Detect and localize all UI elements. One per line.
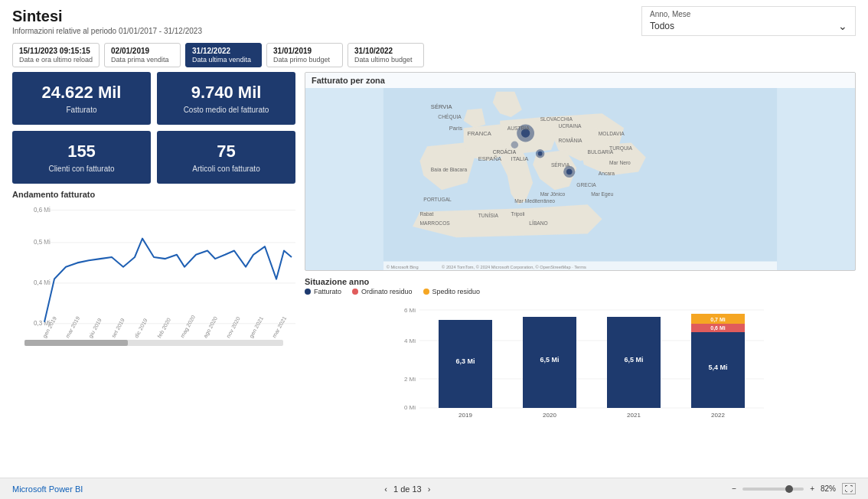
svg-text:0 Mi: 0 Mi [404,404,416,411]
situazione-chart-svg: 6 Mi 4 Mi 2 Mi 0 Mi 6,3 Mi 2019 [305,298,856,421]
date-value: 31/10/2022 [354,47,417,55]
svg-text:Paris: Paris [449,125,463,132]
zoom-slider[interactable] [742,488,804,491]
kpi-value: 155 [21,142,142,161]
powerbi-link[interactable]: Microsoft Power BI [12,484,83,494]
svg-text:4 Mi: 4 Mi [404,338,416,344]
map-title: Fatturato per zona [305,73,855,88]
svg-text:AUSTRIA: AUSTRIA [507,126,530,131]
line-chart-area: 0,6 Mi 0,5 Mi 0,4 Mi 0,3 Mi gen 2019 [12,202,295,340]
svg-text:MARROCOS: MARROCOS [420,220,451,226]
filter-label: Anno, Mese [650,10,847,18]
svg-point-36 [538,152,543,156]
date-label: Data e ora ultimo reload [19,56,93,64]
svg-text:MOLDAVIA: MOLDAVIA [599,131,625,136]
legend-item: Fatturato [305,288,341,295]
svg-text:2021: 2021 [627,412,641,419]
zoom-minus-icon[interactable]: − [732,484,736,493]
legend-label: Fatturato [314,288,341,295]
svg-text:6,5 Mi: 6,5 Mi [624,356,643,364]
date-card: 31/10/2022Data ultimo budget [348,43,424,67]
svg-point-37 [511,141,519,148]
svg-text:GRECIA: GRECIA [576,182,596,188]
date-card: 02/01/2019Data prima vendita [104,43,181,67]
zoom-plus-icon[interactable]: + [810,484,814,493]
svg-text:2019: 2019 [458,412,472,419]
svg-text:2020: 2020 [543,412,556,419]
svg-text:ROMÂNIA: ROMÂNIA [558,137,582,143]
date-label: Data ultimo budget [354,56,417,64]
kpi-label: Fatturato [21,106,142,114]
svg-text:5,4 Mi: 5,4 Mi [708,364,727,371]
svg-text:Tripoli: Tripoli [511,211,525,217]
svg-text:Mar Nero: Mar Nero [609,160,631,165]
kpi-card: 9.740 MilCosto medio del fatturato [157,72,295,125]
svg-text:© Microsoft Bing: © Microsoft Bing [387,265,419,269]
date-card: 31/01/2019Data primo budget [266,43,343,67]
date-bar: 15/11/2023 09:15:15Data e ora ultimo rel… [0,38,868,72]
chart-scrollbar[interactable] [24,340,283,346]
kpi-label: Articoli con fatturato [166,165,286,173]
scrollbar-thumb[interactable] [24,340,128,346]
andamento-chart: Andamento fatturato 0,6 Mi 0,5 Mi 0,4 Mi… [12,190,295,475]
map-svg: FRANCA Paris AUSTRIA ESPAÑA ITALIA UCRAI… [305,88,855,270]
next-page-icon[interactable]: › [428,484,431,494]
chevron-down-icon[interactable]: ⌄ [838,20,847,32]
svg-text:UCRAINA: UCRAINA [558,123,582,129]
prev-page-icon[interactable]: ‹ [384,484,387,494]
svg-text:6,5 Mi: 6,5 Mi [540,356,559,364]
right-panel: Fatturato per zona [305,72,856,475]
footer-brand[interactable]: Microsoft Power BI [12,484,83,494]
svg-text:mar 2021: mar 2021 [271,315,288,339]
kpi-label: Clienti con fatturato [21,165,142,173]
kpi-card: 75Articoli con fatturato [157,131,295,184]
date-label: Data primo budget [273,56,336,64]
map-container: Fatturato per zona [305,72,856,271]
date-value: 15/11/2023 09:15:15 [19,47,93,55]
svg-point-34 [566,169,573,175]
kpi-card: 155Clienti con fatturato [12,131,151,184]
svg-text:mar 2019: mar 2019 [64,315,81,339]
svg-text:6 Mi: 6 Mi [404,307,416,314]
kpi-grid: 24.622 MilFatturato9.740 MilCosto medio … [12,72,295,184]
svg-text:Ancara: Ancara [599,171,615,176]
legend: FatturatoOrdinato residuoSpedito residuo [305,288,856,295]
kpi-label: Costo medio del fatturato [166,106,286,114]
svg-text:2022: 2022 [711,412,725,419]
svg-text:mag 2020: mag 2020 [179,314,197,339]
svg-text:set 2019: set 2019 [110,317,126,339]
svg-text:TURQUIA: TURQUIA [609,145,633,152]
svg-text:Mar Jônico: Mar Jônico [540,191,566,197]
svg-text:ITALIA: ITALIA [511,155,530,162]
legend-dot [305,289,311,295]
svg-text:0,6 Mi: 0,6 Mi [34,207,51,214]
svg-text:0,5 Mi: 0,5 Mi [34,239,51,246]
filter-value[interactable]: Todos ⌄ [650,20,847,32]
svg-text:SÉRVIA: SÉRVIA [431,103,453,110]
svg-text:ago 2020: ago 2020 [202,315,219,339]
legend-item: Spedito residuo [423,288,481,295]
date-card: 15/11/2023 09:15:15Data e ora ultimo rel… [12,43,100,67]
date-value: 02/01/2019 [111,47,174,55]
zoom-thumb[interactable] [785,485,793,493]
svg-text:CROÁCIA: CROÁCIA [493,148,517,155]
fullscreen-icon[interactable]: ⛶ [842,483,856,494]
line-chart-svg: 0,6 Mi 0,5 Mi 0,4 Mi 0,3 Mi gen 2019 [12,202,295,340]
filter-bar: Anno, Mese Todos ⌄ [641,6,856,36]
kpi-card: 24.622 MilFatturato [12,72,151,125]
svg-text:FRANCA: FRANCA [467,130,491,137]
svg-text:ESPAÑA: ESPAÑA [478,155,502,162]
filter-selected: Todos [650,21,674,31]
svg-text:© 2024 TomTom, © 2024 Microsof: © 2024 TomTom, © 2024 Microsoft Corporat… [442,265,586,269]
svg-text:gen 2019: gen 2019 [41,315,58,339]
page-indicator: 1 de 13 [393,484,422,494]
svg-text:PORTUGAL: PORTUGAL [423,197,452,202]
svg-text:LÍBANO: LÍBANO [529,220,547,226]
andamento-title: Andamento fatturato [12,190,295,199]
zoom-level: 82% [821,484,836,493]
situazione-title: Situazione anno [305,277,856,286]
svg-text:TUNÍSIA: TUNÍSIA [478,212,499,218]
situazione-container: Situazione anno FatturatoOrdinato residu… [305,277,856,475]
footer-pagination: ‹ 1 de 13 › [384,484,430,494]
svg-text:dic 2019: dic 2019 [133,317,149,339]
